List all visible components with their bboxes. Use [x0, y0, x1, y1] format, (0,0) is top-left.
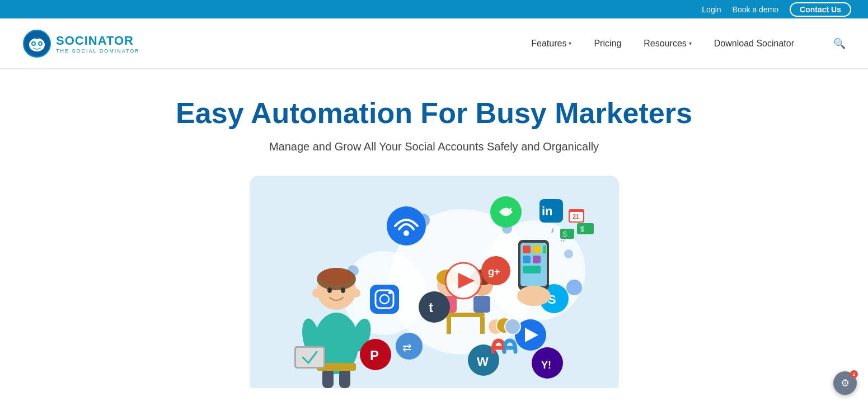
- book-demo-button[interactable]: Book a demo: [733, 5, 779, 14]
- main-nav: SOCINATOR THE SOCIAL DOMINATOR Features …: [0, 18, 868, 69]
- logo[interactable]: SOCINATOR THE SOCIAL DOMINATOR: [22, 29, 140, 58]
- svg-text:g+: g+: [488, 266, 500, 277]
- svg-rect-7: [36, 36, 38, 38]
- svg-text:21: 21: [573, 213, 579, 220]
- svg-point-76: [517, 286, 551, 306]
- svg-point-42: [403, 230, 409, 236]
- svg-point-4: [32, 43, 35, 45]
- svg-point-24: [351, 289, 360, 298]
- nav-download[interactable]: Download Socinator: [714, 39, 794, 49]
- svg-text:♪: ♪: [551, 225, 555, 234]
- svg-point-20: [320, 268, 353, 285]
- svg-text:⇄: ⇄: [402, 341, 412, 353]
- svg-rect-33: [447, 317, 451, 334]
- logo-icon: [22, 29, 51, 58]
- hero-svg: in g+ t S ⇄ P W: [250, 176, 619, 388]
- contact-us-button[interactable]: Contact Us: [790, 2, 851, 17]
- svg-rect-74: [533, 256, 541, 263]
- nav-pricing[interactable]: Pricing: [594, 39, 621, 49]
- hero-section: Easy Automation For Busy Marketers Manag…: [0, 69, 868, 388]
- svg-point-79: [505, 319, 520, 334]
- svg-rect-70: [523, 246, 531, 253]
- svg-text:♫: ♫: [560, 235, 565, 243]
- svg-point-22: [341, 287, 345, 293]
- svg-point-15: [564, 249, 573, 258]
- svg-point-41: [387, 206, 426, 246]
- svg-rect-84: [577, 223, 594, 234]
- svg-text:Y!: Y!: [541, 360, 551, 371]
- svg-text:P: P: [370, 348, 379, 363]
- svg-point-21: [327, 287, 332, 293]
- svg-rect-26: [339, 369, 350, 388]
- chat-widget[interactable]: ⚙ 1: [833, 371, 857, 388]
- chat-icon: ⚙: [841, 377, 850, 388]
- svg-point-5: [39, 43, 41, 45]
- nav-resources[interactable]: Resources ▾: [644, 39, 691, 49]
- resources-chevron-icon: ▾: [689, 40, 692, 46]
- login-button[interactable]: Login: [702, 5, 721, 14]
- svg-text:t: t: [429, 300, 433, 315]
- svg-rect-43: [370, 285, 399, 314]
- hero-subtitle: Manage and Grow All Your Social Accounts…: [22, 140, 846, 153]
- svg-rect-34: [480, 317, 485, 334]
- hero-illustration: in g+ t S ⇄ P W: [250, 176, 619, 388]
- svg-rect-75: [523, 266, 541, 273]
- svg-rect-25: [322, 369, 334, 388]
- svg-rect-40: [473, 296, 490, 313]
- svg-text:in: in: [542, 204, 553, 218]
- svg-rect-72: [543, 246, 546, 253]
- chat-badge: 1: [850, 370, 858, 378]
- nav-features[interactable]: Features ▾: [531, 39, 571, 49]
- svg-point-23: [312, 289, 321, 298]
- top-bar: Login Book a demo Contact Us: [0, 0, 868, 18]
- logo-brand-name: SOCINATOR: [56, 34, 140, 48]
- svg-point-46: [388, 291, 392, 294]
- svg-point-52: [419, 291, 450, 323]
- svg-rect-73: [523, 256, 531, 263]
- svg-text:$: $: [580, 225, 585, 233]
- svg-rect-71: [533, 246, 541, 253]
- hero-title: Easy Automation For Busy Marketers: [22, 97, 846, 130]
- logo-tagline: THE SOCIAL DOMINATOR: [56, 48, 140, 54]
- features-chevron-icon: ▾: [569, 40, 571, 46]
- svg-rect-31: [296, 348, 323, 367]
- search-icon[interactable]: 🔍: [833, 37, 846, 50]
- svg-point-14: [566, 280, 582, 295]
- nav-links: Features ▾ Pricing Resources ▾ Download …: [531, 37, 846, 50]
- svg-text:W: W: [477, 355, 489, 369]
- logo-text: SOCINATOR THE SOCIAL DOMINATOR: [56, 34, 140, 54]
